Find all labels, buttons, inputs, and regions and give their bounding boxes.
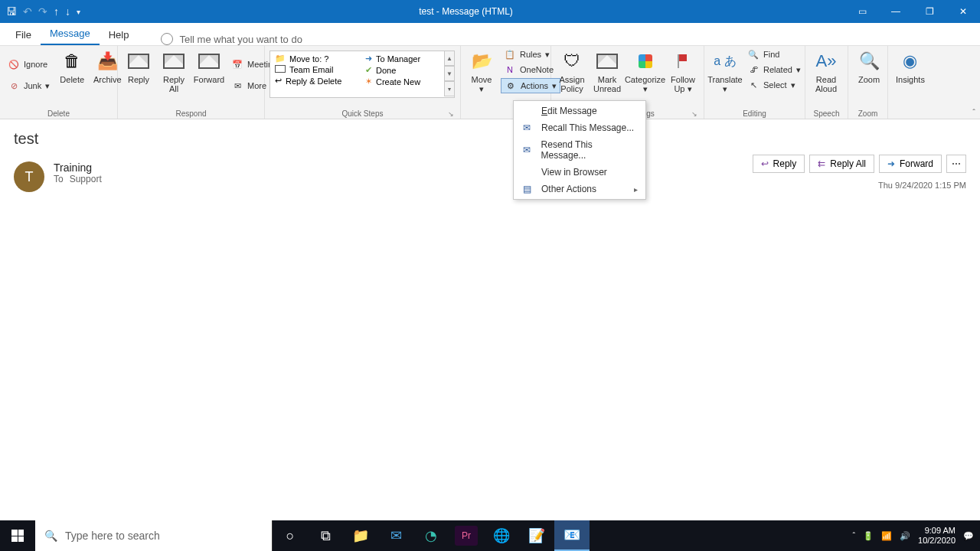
- chrome-icon[interactable]: 🌐: [484, 520, 519, 551]
- tray-chevron-icon[interactable]: ˆ: [852, 531, 855, 540]
- tab-file[interactable]: File: [6, 24, 41, 45]
- assign-policy-button[interactable]: 🛡Assign Policy: [556, 47, 588, 95]
- mail-app-icon[interactable]: ✉: [378, 520, 413, 551]
- other-actions-icon: ▤: [520, 184, 534, 194]
- qs-launcher-icon[interactable]: ↘: [448, 110, 454, 118]
- maximize-icon[interactable]: ❐: [913, 0, 946, 23]
- menu-other-actions[interactable]: ▤Other Actions▸: [514, 181, 645, 197]
- more-actions-button[interactable]: ⋯: [946, 155, 966, 173]
- reply-arrow-icon: ↩: [761, 158, 769, 169]
- reply-all-button[interactable]: Reply All: [158, 47, 190, 95]
- next-item-icon[interactable]: ↓: [65, 5, 70, 18]
- delete-button[interactable]: 🗑 Delete: [56, 47, 88, 86]
- tell-me-search[interactable]: Tell me what you want to do: [161, 33, 302, 45]
- follow-up-button[interactable]: Follow Up ▾: [667, 47, 699, 95]
- file-explorer-icon[interactable]: 📁: [343, 520, 378, 551]
- action-center-icon[interactable]: 💬: [963, 531, 974, 541]
- outlook-icon[interactable]: 📧: [554, 520, 590, 551]
- window-controls: ▭ — ❐ ✕: [845, 0, 980, 23]
- premiere-icon[interactable]: Pr: [455, 526, 478, 546]
- menu-edit-message[interactable]: Edit Message: [514, 103, 645, 119]
- cortana-icon[interactable]: ○: [273, 520, 308, 551]
- qs-reply-delete[interactable]: ↩Reply & Delete: [272, 75, 356, 86]
- notepad-icon[interactable]: 📝: [519, 520, 554, 551]
- envelope-closed-icon: [595, 49, 619, 73]
- ribbon: 🚫Ignore ⊘Junk ▾ 🗑 Delete 📥 Archive Delet…: [0, 46, 980, 119]
- reply-button[interactable]: Reply: [122, 47, 155, 86]
- taskbar-clock[interactable]: 9:09 AM 10/2/2020: [918, 526, 956, 546]
- to-manager-icon: ➜: [365, 54, 372, 64]
- search-placeholder: Type here to search: [65, 530, 160, 542]
- insights-button[interactable]: ◉Insights: [893, 47, 928, 86]
- rules-icon: 📋: [504, 48, 516, 60]
- ribbon-display-icon[interactable]: ▭: [845, 0, 879, 23]
- junk-button[interactable]: ⊘Junk ▾: [5, 79, 53, 93]
- translate-icon: a あ: [713, 49, 737, 73]
- wifi-icon[interactable]: 📶: [881, 531, 892, 541]
- qs-scroll-up[interactable]: ▲: [444, 51, 455, 66]
- message-pane: test T Training ToSupport ↩Reply ⇇Reply …: [0, 119, 980, 203]
- group-label-respond: Respond: [122, 109, 260, 119]
- close-icon[interactable]: ✕: [946, 0, 980, 23]
- save-icon[interactable]: 🖫: [6, 5, 17, 18]
- tags-launcher-icon[interactable]: ↘: [691, 110, 697, 118]
- policy-icon: 🛡: [560, 49, 584, 73]
- group-editing: a あTranslate▾ 🔍Find 🖇Related ▾ ↖Select ▾…: [704, 46, 805, 119]
- menu-resend-message[interactable]: ✉Resend This Message...: [514, 136, 645, 164]
- undo-icon[interactable]: ↶: [23, 5, 32, 18]
- sender-avatar[interactable]: T: [14, 161, 44, 192]
- categorize-button[interactable]: Categorize▾: [626, 47, 664, 95]
- qs-expand[interactable]: ▾: [444, 81, 455, 96]
- tab-help[interactable]: Help: [100, 24, 139, 45]
- qat-customize-icon[interactable]: ▾: [77, 8, 80, 16]
- qs-move-to[interactable]: 📁Move to: ?: [272, 53, 356, 64]
- message-timestamp: Thu 9/24/2020 1:15 PM: [878, 181, 966, 190]
- actions-icon: ⚙: [505, 80, 517, 92]
- prev-item-icon[interactable]: ↑: [54, 5, 59, 18]
- reply-icon: [126, 49, 151, 73]
- group-insights: ◉Insights: [888, 46, 933, 119]
- reply-action-button[interactable]: ↩Reply: [753, 155, 805, 173]
- qs-done[interactable]: ✔Done: [362, 64, 446, 76]
- redo-icon[interactable]: ↷: [38, 5, 47, 18]
- edge-icon[interactable]: ◔: [413, 520, 449, 551]
- menu-recall-message[interactable]: ✉Recall This Message...: [514, 119, 645, 136]
- read-aloud-icon: A»: [814, 49, 838, 73]
- window-title: test - Message (HTML): [87, 6, 845, 17]
- qs-team-email[interactable]: Team Email: [272, 64, 356, 75]
- forward-button[interactable]: Forward: [193, 47, 225, 86]
- title-bar: 🖫 ↶ ↷ ↑ ↓ ▾ test - Message (HTML) ▭ — ❐ …: [0, 0, 980, 23]
- qs-scroll-down[interactable]: ▼: [444, 66, 455, 81]
- tray-date: 10/2/2020: [918, 536, 956, 546]
- volume-icon[interactable]: 🔊: [900, 531, 910, 541]
- reply-all-action-button[interactable]: ⇇Reply All: [809, 155, 874, 173]
- read-aloud-button[interactable]: A»Read Aloud: [810, 47, 842, 95]
- translate-button[interactable]: a あTranslate▾: [709, 47, 741, 95]
- collapse-ribbon-icon[interactable]: ˆ: [972, 108, 975, 117]
- menu-view-in-browser[interactable]: View in Browser: [514, 164, 645, 181]
- forward-icon: [197, 49, 221, 73]
- quick-steps-gallery[interactable]: 📁Move to: ? Team Email ↩Reply & Delete ➜…: [270, 51, 455, 98]
- minimize-icon[interactable]: —: [879, 0, 913, 23]
- mark-unread-button[interactable]: Mark Unread: [591, 47, 623, 95]
- zoom-button[interactable]: 🔍Zoom: [853, 47, 885, 86]
- move-folder-icon: 📂: [469, 49, 494, 73]
- related-button[interactable]: 🖇Related ▾: [744, 63, 804, 77]
- qs-create-new[interactable]: ✶Create New: [362, 76, 446, 87]
- group-label-speech: Speech: [810, 109, 843, 119]
- find-button[interactable]: 🔍Find: [744, 47, 804, 61]
- windows-taskbar: 🔍 Type here to search ○ ⧉ 📁 ✉ ◔ Pr 🌐 📝 📧…: [0, 520, 980, 551]
- qs-to-manager[interactable]: ➜To Manager: [362, 53, 446, 64]
- related-icon: 🖇: [747, 64, 760, 76]
- battery-icon[interactable]: 🔋: [863, 531, 874, 541]
- select-button[interactable]: ↖Select ▾: [744, 78, 804, 92]
- forward-action-button[interactable]: ➜Forward: [879, 155, 942, 173]
- group-respond: Reply Reply All Forward 📅Meeting ✉More ▾…: [118, 46, 265, 119]
- move-button[interactable]: 📂Move▾: [466, 47, 498, 95]
- task-view-icon[interactable]: ⧉: [308, 520, 343, 551]
- group-speech: A»Read Aloud Speech: [805, 46, 848, 119]
- start-button[interactable]: [0, 520, 35, 551]
- tab-message[interactable]: Message: [41, 23, 100, 45]
- taskbar-search[interactable]: 🔍 Type here to search: [35, 520, 273, 551]
- ignore-button[interactable]: 🚫Ignore: [5, 57, 53, 71]
